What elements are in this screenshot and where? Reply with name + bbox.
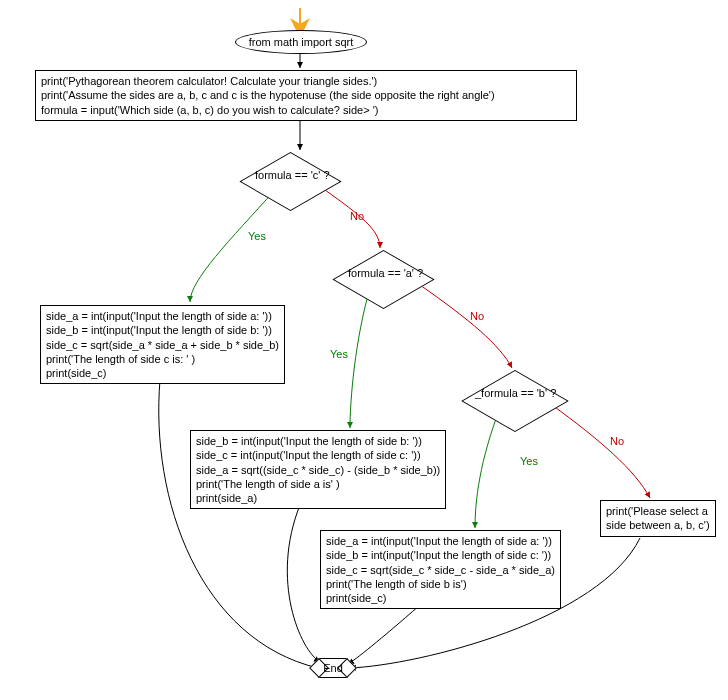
block-b-l3: side_c = sqrt(side_c * side_c - side_a *… [326,563,555,577]
block-b-l5: print(side_c) [326,591,555,605]
dec-a-no: No [470,310,484,322]
else-l2: side between a, b, c') [606,518,710,532]
block-c: side_a = int(input('Input the length of … [40,305,285,384]
block-c-l5: print(side_c) [46,366,279,380]
decision-a-label: formula == 'a' ? [348,267,423,279]
block-c-l3: side_c = sqrt(side_a * side_a + side_b *… [46,338,279,352]
init-block: print('Pythagorean theorem calculator! C… [35,70,577,121]
end-label: End [323,662,343,674]
block-a: side_b = int(input('Input the length of … [190,430,446,509]
block-a-l5: print(side_a) [196,491,440,505]
block-c-l1: side_a = int(input('Input the length of … [46,309,279,323]
block-b: side_a = int(input('Input the length of … [320,530,561,609]
start-label: from math import sqrt [249,36,354,48]
dec-b-no: No [610,435,624,447]
else-l1: print('Please select a [606,504,710,518]
block-c-l2: side_b = int(input('Input the length of … [46,323,279,337]
else-block: print('Please select a side between a, b… [600,500,716,537]
dec-c-no: No [350,210,364,222]
block-a-l3: side_a = sqrt((side_c * side_c) - (side_… [196,463,440,477]
start-node: from math import sqrt [235,30,367,54]
decision-c-label: formula == 'c' ? [255,169,330,181]
init-l3: formula = input('Which side (a, b, c) do… [41,103,571,117]
dec-b-yes: Yes [520,455,538,467]
block-a-l1: side_b = int(input('Input the length of … [196,434,440,448]
decision-b-label: _formula == 'b' ? [475,387,556,399]
block-b-l1: side_a = int(input('Input the length of … [326,534,555,548]
block-c-l4: print('The length of side c is: ' ) [46,352,279,366]
block-b-l2: side_b = int(input('Input the length of … [326,548,555,562]
dec-c-yes: Yes [248,230,266,242]
block-a-l2: side_c = int(input('Input the length of … [196,448,440,462]
block-a-l4: print('The length of side a is' ) [196,477,440,491]
init-l1: print('Pythagorean theorem calculator! C… [41,74,571,88]
block-b-l4: print('The length of side b is') [326,577,555,591]
init-l2: print('Assume the sides are a, b, c and … [41,88,571,102]
dec-a-yes: Yes [330,348,348,360]
